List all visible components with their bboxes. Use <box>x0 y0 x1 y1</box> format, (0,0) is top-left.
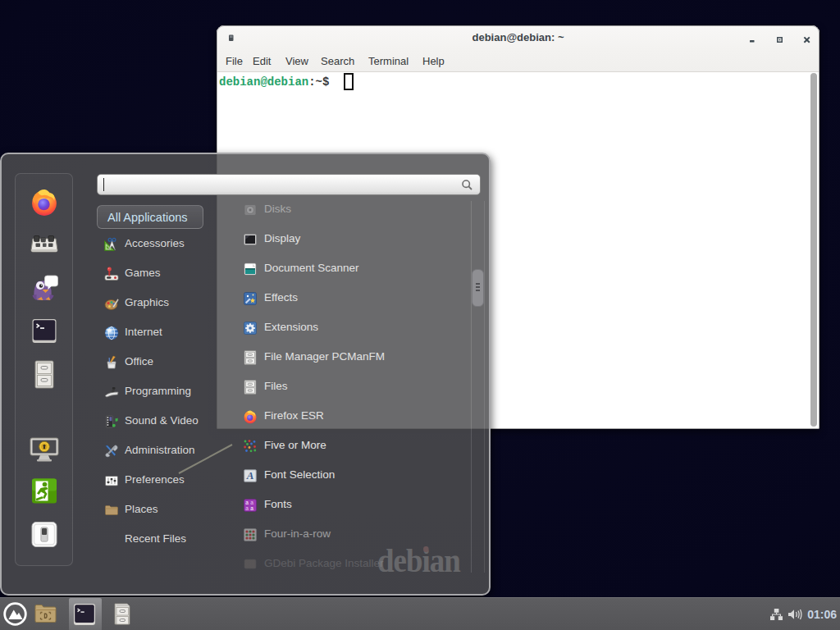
svg-text:a: a <box>250 505 253 511</box>
svg-text:a: a <box>245 505 249 511</box>
svg-text:A: A <box>246 469 254 482</box>
